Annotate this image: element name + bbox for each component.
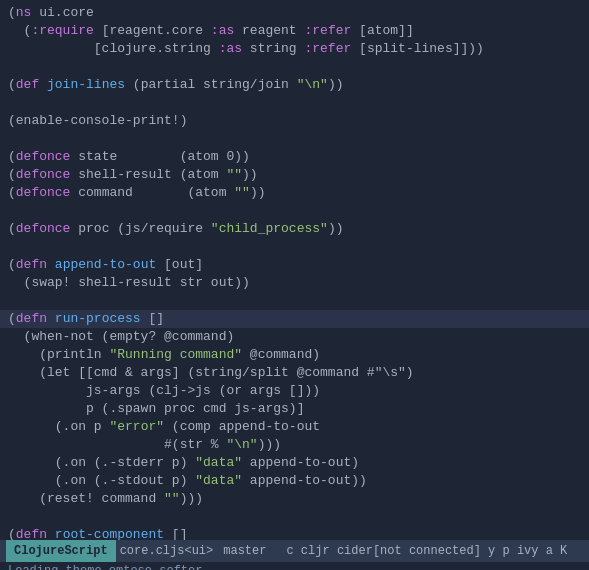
code-line: js-args (clj->js (or args [])) bbox=[0, 382, 589, 400]
status-language: ClojureScript bbox=[6, 540, 116, 562]
code-line: (defonce proc (js/require "child_process… bbox=[0, 220, 589, 238]
code-line bbox=[0, 508, 589, 526]
code-line: (defonce command (atom "")) bbox=[0, 184, 589, 202]
code-line bbox=[0, 292, 589, 310]
code-line bbox=[0, 58, 589, 76]
code-line: (defonce shell-result (atom "")) bbox=[0, 166, 589, 184]
status-bar: ClojureScript core.cljs<ui> master c clj… bbox=[0, 540, 589, 562]
status-cider: c cljr cider[not connected] y p ivy a K bbox=[280, 540, 573, 562]
code-line: (defn append-to-out [out] bbox=[0, 256, 589, 274]
code-line: (reset! command ""))) bbox=[0, 490, 589, 508]
loading-bar: Loading theme omtose-softer... bbox=[0, 562, 589, 570]
status-branch: master bbox=[217, 540, 272, 562]
status-file: core.cljs<ui> bbox=[116, 540, 218, 562]
code-line: (defonce state (atom 0)) bbox=[0, 148, 589, 166]
code-line: [clojure.string :as string :refer [split… bbox=[0, 40, 589, 58]
code-line: (.on (.-stdout p) "data" append-to-out)) bbox=[0, 472, 589, 490]
code-line: (println "Running command" @command) bbox=[0, 346, 589, 364]
loading-text: Loading theme omtose-softer... bbox=[0, 562, 232, 570]
code-line: (.on (.-stderr p) "data" append-to-out) bbox=[0, 454, 589, 472]
code-line: (when-not (empty? @command) bbox=[0, 328, 589, 346]
code-line: (def join-lines (partial string/join "\n… bbox=[0, 76, 589, 94]
code-line: (:require [reagent.core :as reagent :ref… bbox=[0, 22, 589, 40]
code-line: (ns ui.core bbox=[0, 4, 589, 22]
code-line bbox=[0, 94, 589, 112]
code-line: #(str % "\n"))) bbox=[0, 436, 589, 454]
code-line: (let [[cmd & args] (string/split @comman… bbox=[0, 364, 589, 382]
code-line: (defn run-process [] bbox=[0, 310, 589, 328]
code-line bbox=[0, 202, 589, 220]
code-line: (defn root-component [] bbox=[0, 526, 589, 540]
code-line: (swap! shell-result str out)) bbox=[0, 274, 589, 292]
code-line bbox=[0, 130, 589, 148]
code-line: (.on p "error" (comp append-to-out bbox=[0, 418, 589, 436]
code-line bbox=[0, 238, 589, 256]
code-line: p (.spawn proc cmd js-args)] bbox=[0, 400, 589, 418]
editor-area: (ns ui.core (:require [reagent.core :as … bbox=[0, 0, 589, 540]
code-line: (enable-console-print!) bbox=[0, 112, 589, 130]
